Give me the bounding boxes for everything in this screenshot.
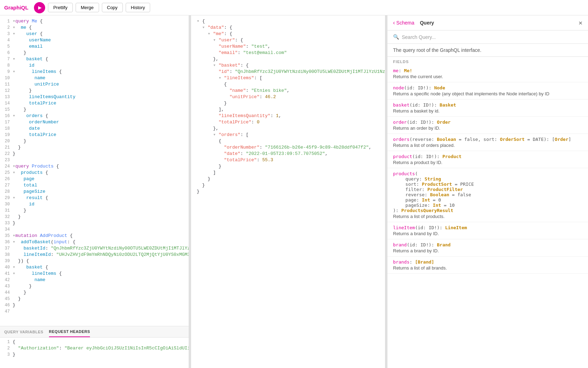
field-description: Returns the current user. (393, 74, 582, 79)
app-title: GraphiQL (4, 5, 28, 11)
line-content: ▾ basket { (13, 264, 189, 271)
line-content: }) { (13, 258, 189, 264)
line-content: } (13, 296, 189, 302)
tab-request-headers[interactable]: REQUEST HEADERS (49, 327, 90, 337)
field-description: Returns a specific node (any object that… (393, 91, 582, 96)
result-content: { (197, 138, 221, 144)
result-content: "unitPrice": 46.2 (197, 94, 276, 100)
schema-active-tab: Query (420, 20, 434, 26)
line-number: 23 (0, 157, 13, 163)
result-content: } (197, 176, 210, 182)
line-number: 17 (0, 119, 13, 125)
line-content: ▾ me { (13, 25, 189, 31)
query-editor[interactable]: 1▾query Me {2▾ me {3▾ user {4 userName5 … (0, 15, 189, 326)
result-content: "totalPrice": 55.3 (197, 157, 273, 163)
result-line: } (191, 100, 385, 107)
query-line: 41▾ lineItems { (0, 271, 189, 277)
result-panel[interactable]: ▾ { ▾ "data": { ▾ "me": { ▾ "user": { "u… (191, 15, 385, 368)
bottom-line: 2 "Authorization": "Bearer eyJhbGciOiJSU… (0, 345, 189, 352)
bottom-line: 3} (0, 352, 189, 358)
line-number: 30 (0, 201, 13, 207)
close-button[interactable]: ✕ (579, 19, 582, 27)
query-line: 16▾ orders { (0, 113, 189, 119)
line-number: 21 (0, 144, 13, 151)
line-number: 16 (0, 113, 13, 119)
line-number: 15 (0, 107, 13, 113)
query-line: 37 basketId: "QnJhbmRfYzc3ZjU0YWYtNzdiNy… (0, 245, 189, 252)
line-number: 31 (0, 207, 13, 214)
line-number: 5 (0, 43, 13, 50)
line-content: } (13, 107, 189, 113)
query-line: 10 name (0, 75, 189, 81)
line-content: id (13, 201, 189, 207)
line-number: 35 (0, 233, 13, 239)
line-number: 12 (0, 88, 13, 94)
line-number: 7 (0, 56, 13, 62)
result-content: "date": "2022-01-05T23:09:57.7075052", (197, 151, 328, 157)
line-content: } (13, 88, 189, 94)
schema-field: product(id: ID!): Product Returns a prod… (387, 151, 588, 168)
line-number: 10 (0, 75, 13, 81)
line-content: ▾ addToBasket(input: { (13, 239, 189, 245)
tab-query-variables[interactable]: QUERY VARIABLES (4, 327, 43, 337)
copy-button[interactable]: Copy (102, 3, 123, 12)
line-content: totalPrice (13, 100, 189, 107)
query-line: 28 pageSize (0, 189, 189, 195)
result-line: "orderNumber": "7166126b-b26e-45f9-9c89-… (191, 144, 385, 151)
line-content: name (13, 75, 189, 81)
result-content: ], (197, 107, 224, 113)
line-content: orderNumber (13, 119, 189, 125)
result-line: ] (191, 170, 385, 176)
line-number: 43 (0, 283, 13, 289)
query-line: 26 page (0, 176, 189, 182)
main-area: 1▾query Me {2▾ me {3▾ user {4 userName5 … (0, 15, 588, 368)
query-line: 32 } (0, 214, 189, 220)
line-number: 4 (0, 37, 13, 43)
line-content: userName (13, 37, 189, 43)
line-content: } (13, 302, 189, 308)
line-content: } (13, 138, 189, 144)
query-line: 11 unitPrice (0, 81, 189, 88)
field-description: Returns a list of products. (393, 214, 582, 219)
bottom-content[interactable]: 1{2 "Authorization": "Bearer eyJhbGciOiJ… (0, 338, 189, 368)
history-button[interactable]: History (126, 3, 150, 12)
query-line: 1▾query Me { (0, 18, 189, 25)
query-line: 43 } (0, 283, 189, 289)
line-content: ▾ lineItems { (13, 69, 189, 75)
schema-header: ‹ Schema Query ✕ (387, 15, 588, 30)
line-content: "Authorization": "Bearer eyJhbGciOiJSUzI… (13, 345, 189, 352)
query-line: 25▾ products { (0, 170, 189, 176)
line-number: 39 (0, 258, 13, 264)
result-content: "orderNumber": "7166126b-b26e-45f9-9c89-… (197, 144, 371, 151)
merge-button[interactable]: Merge (76, 3, 99, 12)
line-number: 8 (0, 62, 13, 69)
query-line: 36▾ addToBasket(input: { (0, 239, 189, 245)
schema-nav: ‹ Schema Query (393, 20, 434, 26)
schema-search-input[interactable] (402, 34, 582, 40)
result-line: ▾ "lineItems": [ (191, 75, 385, 81)
schema-field: brands: [Brand] Returns a list of all br… (387, 257, 588, 274)
field-signature: brands: [Brand] (393, 259, 582, 265)
result-content: ] (197, 170, 216, 176)
line-content: pageSize (13, 189, 189, 195)
line-number: 20 (0, 138, 13, 144)
field-signature: lineItem(id: ID!): LineItem (393, 225, 582, 230)
schema-link[interactable]: ‹ Schema (393, 20, 414, 26)
line-number: 33 (0, 220, 13, 226)
result-line: ], (191, 107, 385, 113)
query-line: 6 } (0, 50, 189, 56)
line-number: 29 (0, 195, 13, 201)
line-content: } (13, 283, 189, 289)
query-line: 20 } (0, 138, 189, 144)
line-number: 18 (0, 125, 13, 132)
schema-link-label[interactable]: Schema (396, 20, 414, 26)
run-button[interactable] (34, 2, 45, 13)
line-number: 1 (0, 339, 13, 345)
query-line: 22} (0, 151, 189, 157)
result-line: ▾ "data": { (191, 25, 385, 31)
line-number: 45 (0, 296, 13, 302)
prettify-button[interactable]: Prettify (48, 3, 72, 12)
query-line: 35▾mutation AddProduct { (0, 233, 189, 239)
line-content: } (13, 151, 189, 157)
result-line: "totalPrice": 0 (191, 119, 385, 125)
